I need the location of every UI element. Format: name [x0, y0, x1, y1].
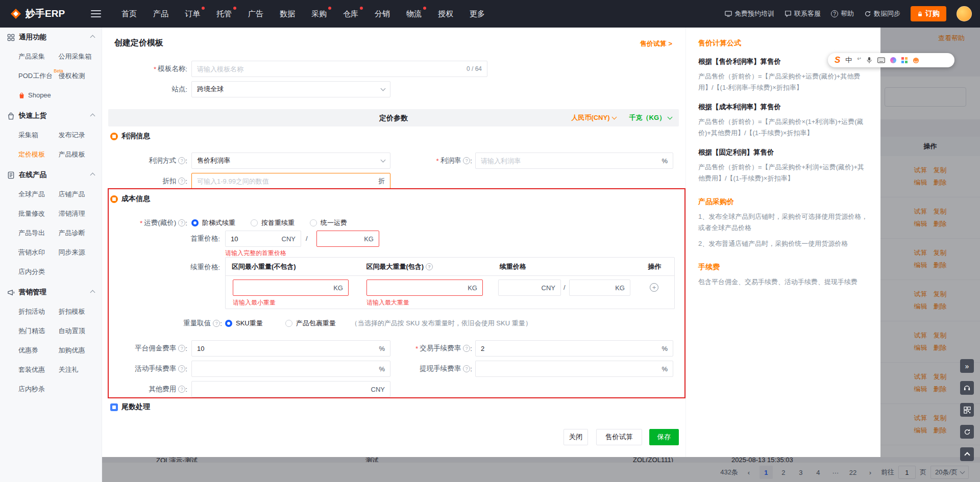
min-weight-input[interactable] [238, 284, 329, 292]
help-icon[interactable]: ? [463, 157, 470, 164]
nav-orders[interactable]: 订单 [177, 0, 208, 28]
mic-icon[interactable] [866, 57, 872, 64]
weight-unit-select[interactable]: 千克（KG） [629, 113, 672, 122]
sidebar-item-coupons[interactable]: 优惠券 [18, 341, 59, 360]
sidebar-item-batch-edit[interactable]: 批量修改 [18, 204, 59, 223]
section-quick-listing[interactable]: 快速上货 [0, 106, 102, 125]
help-icon[interactable]: ? [463, 365, 470, 372]
radio-flat-freight[interactable]: 统一运费 [310, 218, 347, 227]
section-online-products[interactable]: 在线产品 [0, 165, 102, 185]
sidebar-item-infringement-check[interactable]: 侵权检测 [59, 66, 99, 86]
section-common-functions[interactable]: 通用功能 [0, 28, 102, 47]
sidebar-item-shopee[interactable]: Shopee [18, 86, 59, 105]
price-trial-button[interactable]: 售价试算 [596, 429, 642, 445]
sidebar-item-add-on-deal[interactable]: 加购优惠 [59, 341, 99, 360]
sidebar-item-publish-records[interactable]: 发布记录 [59, 125, 99, 145]
help-icon[interactable]: ? [178, 365, 185, 372]
contact-support-link[interactable]: 联系客服 [785, 9, 821, 18]
other-fee-input[interactable] [197, 386, 367, 393]
free-training-link[interactable]: 免费预约培训 [725, 9, 774, 18]
nav-distribution[interactable]: 分销 [366, 0, 398, 28]
radio-first-weight[interactable]: 按首重续重 [251, 218, 295, 227]
save-button[interactable]: 保存 [649, 429, 679, 445]
sidebar-item-slow-moving-cleanup[interactable]: 滞销清理 [59, 204, 99, 223]
sidebar-item-public-collect-box[interactable]: 公用采集箱 [59, 47, 99, 66]
radio-package-weight[interactable]: 产品包裹重量 [285, 319, 336, 328]
sidebar-item-shop-products[interactable]: 店铺产品 [59, 185, 99, 204]
help-icon[interactable]: ? [213, 320, 220, 327]
sidebar-item-product-diagnosis[interactable]: 产品诊断 [59, 223, 99, 243]
help-icon[interactable]: ? [178, 386, 185, 393]
help-icon[interactable]: ? [178, 219, 185, 226]
close-button[interactable]: 关闭 [564, 429, 588, 445]
sidebar-item-hot-picks[interactable]: 热门精选 [18, 321, 59, 341]
nav-logistics[interactable]: 物流 [398, 0, 430, 28]
sidebar-item-sync-source[interactable]: 同步来源 [59, 243, 99, 262]
skin-icon[interactable] [890, 57, 896, 63]
sidebar-item-flash-sale[interactable]: 店内秒杀 [18, 379, 59, 399]
discount-input[interactable] [197, 177, 374, 185]
menu-toggle-icon[interactable] [91, 10, 101, 17]
sidebar-item-discount-activity[interactable]: 折扣活动 [18, 302, 59, 321]
nav-home[interactable]: 首页 [113, 0, 145, 28]
sogou-logo-icon[interactable]: S [835, 55, 840, 65]
toolbox-grid-icon[interactable] [901, 57, 908, 63]
user-avatar[interactable] [957, 6, 972, 21]
radio-tiered-weight[interactable]: 阶梯式续重 [191, 218, 235, 227]
section-marketing[interactable]: 营销管理 [0, 283, 102, 302]
nav-more[interactable]: 更多 [461, 0, 493, 28]
data-sync-link[interactable]: 数据同步 [864, 9, 900, 18]
sidebar-item-pricing-template[interactable]: 定价模板 [18, 145, 59, 164]
first-weight-price-input[interactable] [231, 235, 278, 243]
withdraw-fee-input[interactable] [481, 365, 657, 373]
nav-ads[interactable]: 广告 [240, 0, 272, 28]
sidebar-item-product-collect[interactable]: 产品采集 [18, 47, 59, 66]
add-row-icon[interactable]: + [650, 283, 658, 292]
sidebar-item-auto-top[interactable]: 自动置顶 [59, 321, 99, 341]
profit-rate-input[interactable] [481, 157, 657, 165]
sidebar-item-global-products[interactable]: 全球产品 [18, 185, 59, 204]
renewal-kg-input[interactable] [575, 284, 611, 292]
qrcode-button[interactable] [960, 403, 974, 417]
nav-data[interactable]: 数据 [272, 0, 303, 28]
collapse-panel-button[interactable]: » [960, 359, 974, 373]
max-weight-input[interactable] [372, 284, 463, 292]
back-to-top-button[interactable] [960, 447, 974, 461]
emoji-icon[interactable] [913, 57, 919, 64]
sidebar-item-product-template[interactable]: 产品模板 [59, 145, 99, 164]
sidebar-item-collect-box[interactable]: 采集箱 [18, 125, 59, 145]
renewal-price-input[interactable] [504, 284, 537, 292]
app-logo[interactable]: 妙手ERP [0, 7, 91, 20]
help-icon[interactable]: ? [426, 263, 433, 270]
nav-product[interactable]: 产品 [145, 0, 177, 28]
sidebar-item-bundle-deal[interactable]: 套装优惠 [18, 360, 59, 379]
sidebar-item-shop-categories[interactable]: 店内分类 [18, 262, 59, 282]
sidebar-item-discount-template[interactable]: 折扣模板 [59, 302, 99, 321]
language-mode-icon[interactable]: 中 [845, 56, 852, 65]
nav-warehouse[interactable]: 仓库 [335, 0, 366, 28]
currency-select[interactable]: 人民币(CNY) [571, 113, 616, 122]
keyboard-icon[interactable] [877, 57, 885, 63]
sidebar-item-product-export[interactable]: 产品导出 [18, 223, 59, 243]
radio-sku-weight[interactable]: SKU重量 [225, 319, 263, 328]
nav-purchase[interactable]: 采购 [303, 0, 335, 28]
template-name-input[interactable] [197, 65, 467, 73]
refresh-button[interactable] [960, 425, 974, 439]
customer-service-button[interactable] [960, 381, 974, 395]
help-icon[interactable]: ? [178, 177, 185, 185]
sidebar-item-pod-workbench[interactable]: POD工作台Beta [18, 66, 59, 86]
first-weight-kg-input[interactable] [322, 235, 360, 243]
site-select[interactable]: 跨境全球 [191, 81, 390, 97]
sidebar-item-marketing-watermark[interactable]: 营销水印 [18, 243, 59, 262]
help-link[interactable]: ? 帮助 [831, 9, 854, 18]
help-icon[interactable]: ? [463, 345, 470, 352]
sidebar-item-follow-prize[interactable]: 关注礼 [59, 360, 99, 379]
punctuation-icon[interactable]: °’ [857, 57, 861, 64]
subscribe-button[interactable]: 订购 [911, 6, 946, 21]
trade-fee-input[interactable] [481, 345, 657, 352]
help-icon[interactable]: ? [178, 157, 185, 164]
help-icon[interactable]: ? [178, 345, 185, 352]
nav-authorization[interactable]: 授权 [430, 0, 461, 28]
price-trial-top-link[interactable]: 售价试算 > [640, 39, 672, 48]
nav-hosting[interactable]: 托管 [208, 0, 240, 28]
